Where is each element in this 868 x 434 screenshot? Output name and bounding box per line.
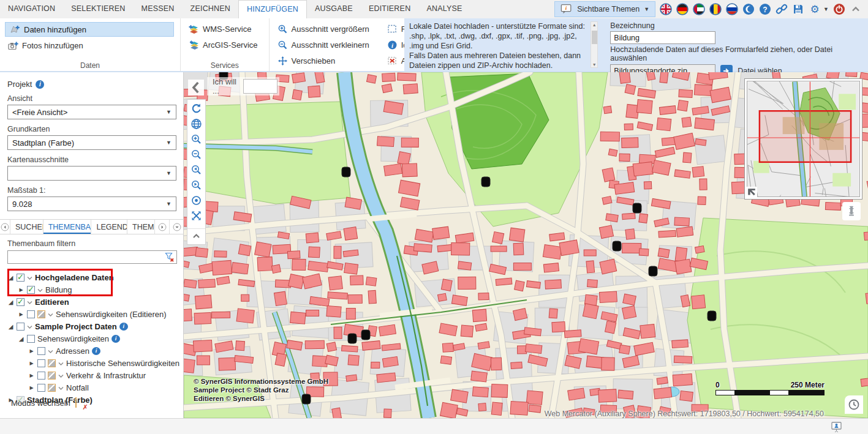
expand-triangle-icon[interactable]: ▶ [18,312,25,317]
tab-themen[interactable]: THEMEN [127,220,154,234]
help-icon[interactable]: ? [759,3,771,15]
layer-checkbox[interactable] [17,323,25,331]
ich-will-input[interactable] [243,79,277,94]
zoom-prev-button[interactable] [187,162,205,178]
flag-russia-icon[interactable] [726,3,738,15]
layer-checkbox[interactable] [37,359,45,367]
tree-item-notfall[interactable]: ▶Notfall [7,381,183,394]
crescent-icon[interactable] [742,3,755,15]
layer-checkbox[interactable] [27,310,35,318]
tab-suchen[interactable]: SUCHEN [10,220,43,234]
power-icon[interactable] [833,3,845,15]
ribbon-button-add-data[interactable]: Daten hinzufügen [5,22,174,37]
menu-tab-hinzufügen[interactable]: HINZUFÜGEN [238,0,307,18]
dropdown-2[interactable]: ▼ [7,166,176,181]
layer-info-icon[interactable]: i [92,347,100,355]
menu-tab-messen[interactable]: MESSEN [134,0,183,18]
menu-tab-ausgabe[interactable]: AUSGABE [307,0,361,18]
layer-menu-chevron-icon[interactable] [48,310,53,319]
collapse-triangle-icon[interactable]: ◢ [7,299,14,305]
layer-menu-chevron-icon[interactable] [27,322,32,331]
layer-checkbox[interactable] [17,298,25,306]
ich-will-search[interactable]: Ich will ... [207,77,279,95]
expand-triangle-icon[interactable]: ▶ [18,287,25,293]
tabs-scroll-right-icon[interactable] [154,220,169,234]
expand-triangle-icon[interactable]: ▶ [28,373,35,378]
overview-map[interactable] [744,78,862,200]
menu-tab-analyse[interactable]: ANALYSE [418,0,470,18]
scroll-thumb[interactable] [592,31,597,44]
layer-menu-chevron-icon[interactable] [58,371,64,380]
tree-item-sample-project-daten[interactable]: ◢Sample Project Dateni [7,320,183,332]
info-scrollbar[interactable]: ▲ ▼ [591,21,598,68]
visible-themes-button[interactable]: i Sichtbare Themen ▼ [554,1,655,17]
expand-triangle-icon[interactable]: ▶ [28,348,35,354]
expand-triangle-icon[interactable]: ▶ [28,385,35,391]
layer-menu-chevron-icon[interactable] [58,383,64,392]
sidebar-collapse-button[interactable] [188,80,204,95]
settings-gear-icon[interactable]: ⚙ [809,3,821,15]
project-info-icon[interactable]: i [36,80,44,89]
overview-map-graphic[interactable] [747,81,860,197]
streetview-tool-button[interactable] [842,202,861,220]
layer-checkbox[interactable] [27,335,35,343]
layer-menu-chevron-icon[interactable] [48,346,53,356]
map-canvas[interactable]: Ich will ... 0 250 Meter © SynerGIS Info… [184,72,868,418]
link-icon[interactable] [776,3,788,15]
layer-checkbox[interactable] [37,347,45,355]
collapse-triangle-icon[interactable]: ◢ [7,323,14,330]
layer-menu-chevron-icon[interactable] [37,285,43,294]
tabs-menu-icon[interactable] [169,220,184,234]
overview-collapse-icon[interactable] [746,187,757,198]
tree-item-editieren[interactable]: ◢Editieren [7,296,183,308]
zoom-out-tool-button[interactable] [187,147,205,162]
collapse-triangle-icon[interactable]: ◢ [18,335,25,342]
ribbon-button-arcgis[interactable]: ArcGIS-Service [186,38,263,52]
expand-triangle-icon[interactable]: ▶ [28,361,35,366]
dropdown-1[interactable]: Stadtplan (Farbe)▼ [7,135,176,150]
menu-tab-selektieren[interactable]: SELEKTIEREN [63,0,133,18]
scale-off-icon[interactable]: ✗ [75,398,86,408]
layer-checkbox[interactable] [17,274,25,282]
filter-clear-icon[interactable] [165,252,175,262]
layer-checkbox[interactable] [37,372,45,380]
history-clock-button[interactable] [845,395,863,414]
refresh-button[interactable] [187,101,205,116]
tree-item-hochgeladene-daten[interactable]: ◢Hochgeladene Daten [7,271,183,283]
tab-themenbaum[interactable]: THEMENBAUM [43,220,92,234]
globe-button[interactable] [187,116,205,132]
collapse-chevron-icon[interactable] [850,3,862,15]
tree-item-historische-sehensw-rdigkeiten[interactable]: ▶Historische Sehenswürdigkeiten [7,357,183,369]
menu-tab-navigation[interactable]: NAVIGATION [0,0,63,18]
tree-item-sehensw-rdigkeiten[interactable]: ◢Sehenswürdigkeiteni [7,332,183,345]
zoom-in-tool-button[interactable] [187,132,205,147]
layer-checkbox[interactable] [37,384,45,392]
layer-info-icon[interactable]: i [111,335,120,343]
tree-item-bildung[interactable]: ▶Bildung [7,283,183,296]
layer-info-icon[interactable]: i [119,323,128,331]
theme-filter-input[interactable] [7,250,177,264]
scroll-down-icon[interactable]: ▼ [591,62,598,67]
menu-tab-editieren[interactable]: EDITIEREN [361,0,418,18]
tabs-scroll-left-icon[interactable] [0,220,10,234]
toolbar-collapse-up-button[interactable] [187,228,205,243]
name-input[interactable] [610,31,715,44]
full-extent-button[interactable] [187,208,205,223]
layer-menu-chevron-icon[interactable] [58,359,64,368]
tab-legende[interactable]: LEGENDE [91,220,127,234]
layer-menu-chevron-icon[interactable] [27,273,32,282]
dropdown-0[interactable]: <Freie Ansicht>▼ [7,105,176,119]
ribbon-button-zoom-out[interactable]: Ausschnitt verkleinern [274,38,374,52]
collapse-triangle-icon[interactable]: ◢ [7,274,14,281]
dropdown-3[interactable]: 9.028▼ [7,196,176,211]
mode-switch-label[interactable]: Modus wechseln [11,398,70,408]
center-marker-button[interactable] [187,193,205,208]
ribbon-button-wms[interactable]: WMS-Service [186,22,263,36]
layer-checkbox[interactable] [27,286,35,294]
support-person-icon[interactable] [831,421,842,433]
tree-item-adressen[interactable]: ▶Adresseni [7,345,183,357]
flag-germany-icon[interactable] [676,3,689,15]
tree-item-sehensw-rdigkeiten-editieren-[interactable]: ▶Sehenswürdigkeiten (Editieren) [7,308,183,320]
tree-item-verkehr-infrastruktur[interactable]: ▶Verkehr & Infrastruktur [7,369,183,381]
ribbon-button-add-photo[interactable]: Fotos hinzufügen [5,39,174,53]
